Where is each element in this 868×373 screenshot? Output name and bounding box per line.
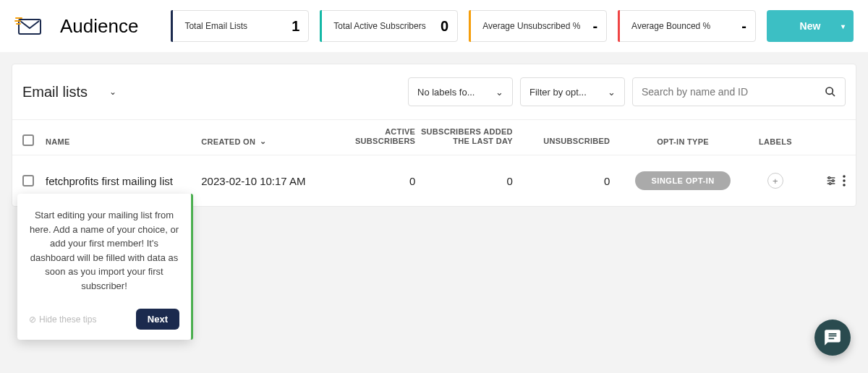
tip-text: Start editing your mailing list from her… bbox=[29, 208, 179, 293]
th-labels[interactable]: LABELS bbox=[741, 137, 809, 146]
sort-chevron-icon: ⌄ bbox=[260, 137, 266, 146]
chevron-down-icon: ⌄ bbox=[495, 87, 503, 98]
stat-active-subscribers: Total Active Subscribers 0 bbox=[320, 10, 458, 42]
email-lists-panel: Email lists ⌄ No labels fo... ⌄ Filter b… bbox=[12, 64, 856, 207]
optin-filter-text: Filter by opt... bbox=[529, 87, 587, 98]
stat-label: Total Active Subscribers bbox=[329, 21, 441, 31]
tip-next-button[interactable]: Next bbox=[136, 309, 179, 330]
row-created: 2023-02-10 10:17 AM bbox=[201, 175, 328, 187]
svg-point-7 bbox=[832, 180, 834, 182]
page-title: Audience bbox=[60, 15, 138, 38]
th-subscribers-added[interactable]: SUBSCRIBERS ADDED THE LAST DAY bbox=[415, 127, 513, 146]
stat-value: 1 bbox=[292, 18, 299, 35]
search-box bbox=[632, 77, 846, 106]
th-unsubscribed[interactable]: UNSUBSCRIBED bbox=[513, 137, 610, 146]
panel-toolbar: Email lists ⌄ No labels fo... ⌄ Filter b… bbox=[12, 64, 856, 119]
stat-label: Average Bounced % bbox=[627, 21, 741, 31]
svg-line-2 bbox=[832, 93, 835, 96]
svg-point-6 bbox=[828, 177, 830, 179]
stat-value: - bbox=[741, 18, 746, 35]
optin-filter-select[interactable]: Filter by opt... ⌄ bbox=[520, 77, 625, 106]
th-active-subscribers[interactable]: ACTIVE SUBSCRIBERS bbox=[328, 127, 415, 146]
row-labels: + bbox=[741, 173, 809, 189]
row-active: 0 bbox=[328, 175, 415, 187]
new-button-label: New bbox=[800, 20, 821, 32]
row-optin: SINGLE OPT-IN bbox=[610, 171, 741, 190]
stat-avg-bounced: Average Bounced % - bbox=[618, 10, 756, 42]
optin-badge: SINGLE OPT-IN bbox=[635, 171, 730, 190]
tip-footer: ⊘ Hide these tips Next bbox=[29, 309, 179, 330]
svg-point-1 bbox=[826, 87, 833, 94]
row-settings-icon[interactable] bbox=[825, 175, 837, 186]
chat-widget-button[interactable] bbox=[814, 320, 851, 356]
stat-total-lists: Total Email Lists 1 bbox=[171, 10, 309, 42]
svg-point-9 bbox=[843, 176, 846, 179]
chevron-down-icon: ▾ bbox=[841, 22, 845, 30]
svg-point-11 bbox=[843, 184, 846, 187]
row-unsub: 0 bbox=[513, 175, 610, 187]
row-name[interactable]: fetchprofits first mailing list bbox=[46, 175, 201, 187]
eye-off-icon: ⊘ bbox=[29, 314, 36, 325]
app-logo-icon bbox=[14, 15, 43, 37]
search-icon[interactable] bbox=[825, 86, 836, 98]
add-label-button[interactable]: + bbox=[767, 173, 783, 189]
row-checkbox[interactable] bbox=[22, 175, 34, 186]
row-added: 0 bbox=[415, 175, 513, 187]
svg-point-8 bbox=[829, 183, 831, 185]
new-button[interactable]: New ▾ bbox=[767, 10, 854, 42]
onboarding-tip-popover: Start editing your mailing list from her… bbox=[17, 194, 191, 340]
panel-title: Email lists bbox=[22, 84, 88, 100]
stat-label: Average Unsubscribed % bbox=[478, 21, 592, 31]
th-optin-type[interactable]: OPT-IN TYPE bbox=[610, 137, 741, 146]
stat-label: Total Email Lists bbox=[180, 21, 292, 31]
th-name[interactable]: NAME bbox=[46, 137, 201, 146]
table-header-row: NAME CREATED ON ⌄ ACTIVE SUBSCRIBERS SUB… bbox=[12, 119, 856, 155]
panel-title-chevron-icon[interactable]: ⌄ bbox=[109, 87, 116, 97]
labels-filter-select[interactable]: No labels fo... ⌄ bbox=[408, 77, 513, 106]
labels-filter-text: No labels fo... bbox=[417, 87, 475, 98]
row-more-icon[interactable] bbox=[843, 175, 846, 186]
stat-value: - bbox=[592, 18, 597, 35]
svg-point-10 bbox=[843, 180, 846, 183]
select-all-checkbox[interactable] bbox=[22, 134, 34, 146]
header-bar: Audience Total Email Lists 1 Total Activ… bbox=[0, 0, 868, 52]
th-created[interactable]: CREATED ON ⌄ bbox=[201, 137, 328, 146]
stat-avg-unsub: Average Unsubscribed % - bbox=[469, 10, 607, 42]
hide-tips-link[interactable]: ⊘ Hide these tips bbox=[29, 314, 96, 325]
stat-value: 0 bbox=[441, 18, 448, 35]
chevron-down-icon: ⌄ bbox=[608, 87, 616, 98]
search-input[interactable] bbox=[642, 86, 825, 98]
